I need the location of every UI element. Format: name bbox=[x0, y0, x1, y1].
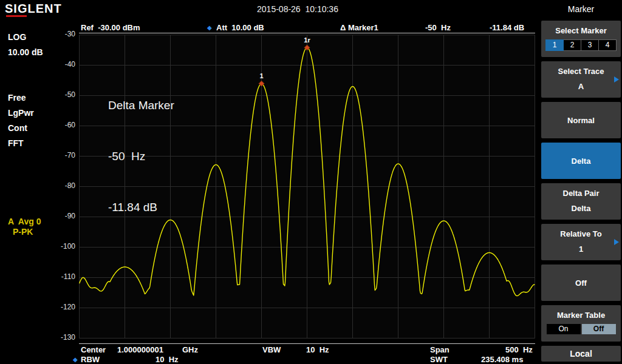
avg-power-label: LgPwr bbox=[8, 108, 34, 118]
relative-to-label: Relative To bbox=[541, 229, 621, 238]
delta-pair-value: Delta bbox=[541, 204, 621, 213]
marker-table-on[interactable]: On bbox=[547, 324, 581, 334]
delta-pair-button[interactable]: Delta Pair Delta bbox=[541, 183, 621, 220]
annotation-frequency: -50 Hz bbox=[108, 148, 174, 165]
scale-div-label: 10.00 dB bbox=[8, 47, 43, 57]
select-marker-group: Select Marker 1 2 3 4 bbox=[541, 21, 621, 57]
center-freq-unit: GHz bbox=[182, 345, 198, 354]
swt-label: SWT bbox=[430, 355, 448, 364]
center-freq-label: Center bbox=[81, 345, 106, 354]
vbw-value: 10 Hz bbox=[306, 345, 329, 354]
y-axis-tick: -130 bbox=[52, 333, 75, 342]
vbw-label: VBW bbox=[262, 345, 281, 354]
submenu-arrow-icon bbox=[614, 76, 619, 83]
span-value: 500 Hz bbox=[505, 345, 533, 354]
marker-table-off[interactable]: Off bbox=[582, 324, 616, 334]
relative-to-button[interactable]: Relative To 1 bbox=[541, 224, 621, 260]
detector-label: P-PK bbox=[13, 227, 33, 237]
menu-title: Marker bbox=[540, 4, 622, 14]
select-trace-label: Select Trace bbox=[541, 67, 621, 76]
y-axis-tick: -70 bbox=[52, 151, 75, 160]
sweep-mode-label: Cont bbox=[8, 123, 27, 133]
marker-table-button[interactable]: Marker Table On Off bbox=[541, 305, 621, 342]
marker-id-label: 1 bbox=[259, 72, 263, 79]
y-axis-tick: -80 bbox=[52, 181, 75, 190]
rbw-label: RBW bbox=[81, 355, 100, 364]
trace-letter: A bbox=[8, 217, 14, 226]
delta-button[interactable]: Delta bbox=[541, 143, 621, 179]
attenuation-readout: Att 10.00 dB bbox=[216, 23, 264, 32]
y-axis-tick: -50 bbox=[52, 90, 75, 99]
scale-type-label: LOG bbox=[8, 32, 26, 42]
y-axis-tick: -60 bbox=[52, 121, 75, 129]
y-axis-tick: -90 bbox=[52, 212, 75, 220]
y-axis-tick: -110 bbox=[52, 272, 75, 281]
y-axis-tick: -120 bbox=[52, 303, 75, 311]
submenu-arrow-icon bbox=[614, 239, 619, 245]
marker-table-label: Marker Table bbox=[541, 311, 621, 320]
marker-option-3[interactable]: 3 bbox=[581, 39, 599, 51]
avg-count: Avg 0 bbox=[18, 217, 41, 226]
off-button[interactable]: Off bbox=[541, 265, 621, 301]
relative-to-value: 1 bbox=[541, 244, 621, 254]
delta-pair-label: Delta Pair bbox=[541, 189, 621, 198]
local-button[interactable]: Local bbox=[541, 346, 621, 362]
marker-option-1[interactable]: 1 bbox=[545, 39, 564, 51]
select-trace-button[interactable]: Select Trace A bbox=[541, 61, 621, 98]
att-diamond-icon: ◆ bbox=[207, 24, 212, 31]
y-axis-tick: -40 bbox=[52, 60, 75, 69]
trace-status-label: A Avg 0 bbox=[8, 217, 41, 226]
marker-option-row: 1 2 3 4 bbox=[541, 39, 621, 51]
plot-bottom-border bbox=[79, 343, 535, 344]
rbw-value: 10 Hz bbox=[156, 355, 179, 364]
center-freq-value: 1.000000001 bbox=[117, 345, 163, 354]
marker-option-4[interactable]: 4 bbox=[599, 39, 617, 51]
datetime-display: 2015-08-26 10:10:36 bbox=[0, 4, 595, 14]
plot-top-border bbox=[79, 33, 535, 33]
span-label: Span bbox=[430, 345, 449, 354]
fft-mode-label: FFT bbox=[8, 138, 24, 148]
marker-option-2[interactable]: 2 bbox=[564, 39, 581, 51]
marker-table-toggle: On Off bbox=[541, 324, 621, 334]
spectrum-analyzer-screen: SIGLENT 2015-08-26 10:10:36 LOG 10.00 dB… bbox=[0, 0, 622, 364]
annotation-title: Delta Marker bbox=[108, 97, 174, 114]
normal-button[interactable]: Normal bbox=[541, 102, 621, 138]
delta-marker-label: Δ Marker1 bbox=[340, 23, 378, 32]
select-marker-label: Select Marker bbox=[541, 26, 621, 35]
annotation-amplitude: -11.84 dB bbox=[108, 199, 174, 216]
trigger-label: Free bbox=[8, 93, 26, 103]
delta-marker-frequency: -50 Hz bbox=[425, 23, 451, 32]
y-axis-tick: -100 bbox=[52, 242, 75, 251]
swt-value: 235.408 ms bbox=[481, 355, 523, 364]
rbw-diamond-icon: ◆ bbox=[73, 356, 78, 363]
ref-level-readout: Ref -30.00 dBm bbox=[81, 23, 140, 32]
select-trace-value: A bbox=[541, 82, 621, 91]
delta-marker-amplitude: -11.84 dB bbox=[490, 23, 524, 32]
y-axis-tick: -30 bbox=[52, 30, 75, 38]
delta-marker-annotation: Delta Marker -50 Hz -11.84 dB bbox=[108, 63, 174, 250]
marker-id-label: 1r bbox=[304, 36, 310, 44]
y-axis-labels: -30-40-50-60-70-80-90-100-110-120-130 bbox=[52, 0, 77, 364]
logo-red-accent bbox=[6, 15, 27, 17]
